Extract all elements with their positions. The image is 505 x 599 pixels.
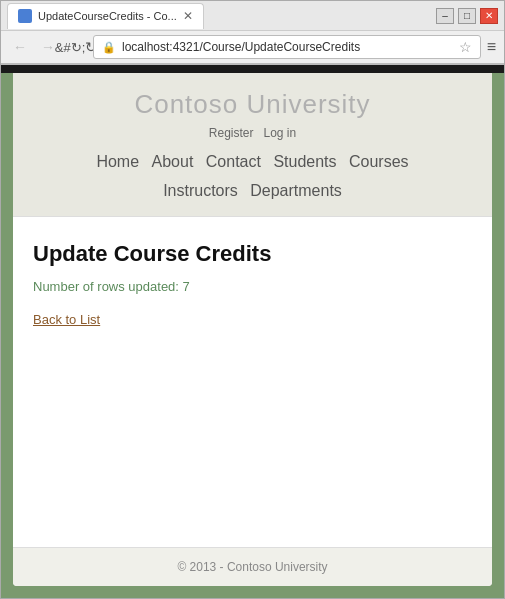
site-footer: © 2013 - Contoso University <box>13 547 492 586</box>
footer-text: © 2013 - Contoso University <box>177 560 327 574</box>
minimize-button[interactable]: – <box>436 8 454 24</box>
top-accent-bar <box>1 65 504 73</box>
address-bar: ← → &#↻; ↻ 🔒 localhost:4321/Course/Updat… <box>1 31 504 65</box>
lock-icon: 🔒 <box>102 41 116 54</box>
site-wrapper: Contoso University Register Log in Home … <box>13 73 492 586</box>
login-link[interactable]: Log in <box>264 126 297 140</box>
register-link[interactable]: Register <box>209 126 254 140</box>
back-to-list-link[interactable]: Back to List <box>33 312 100 327</box>
tab-favicon-icon <box>18 9 32 23</box>
site-auth: Register Log in <box>13 126 492 140</box>
site-header: Contoso University Register Log in Home … <box>13 73 492 217</box>
window-controls: – □ ✕ <box>436 8 498 24</box>
url-text: localhost:4321/Course/UpdateCourseCredit… <box>122 40 360 54</box>
tab-close-icon[interactable]: ✕ <box>183 9 193 23</box>
site-title: Contoso University <box>13 89 492 120</box>
close-button[interactable]: ✕ <box>480 8 498 24</box>
tab-title: UpdateCourseCredits - Co... <box>38 10 177 22</box>
status-message: Number of rows updated: 7 <box>33 279 472 294</box>
tab-bar: UpdateCourseCredits - Co... ✕ <box>7 3 204 29</box>
site-nav-line-2: Instructors Departments <box>13 177 492 206</box>
nav-home[interactable]: Home <box>96 153 139 170</box>
refresh-button[interactable]: &#↻; ↻ <box>65 36 87 58</box>
browser-tab[interactable]: UpdateCourseCredits - Co... ✕ <box>7 3 204 29</box>
browser-window: UpdateCourseCredits - Co... ✕ – □ ✕ ← → … <box>0 0 505 599</box>
page-heading: Update Course Credits <box>33 241 472 267</box>
nav-departments[interactable]: Departments <box>250 182 342 199</box>
bookmark-star-icon[interactable]: ☆ <box>459 39 472 55</box>
maximize-button[interactable]: □ <box>458 8 476 24</box>
nav-students[interactable]: Students <box>273 153 336 170</box>
nav-about[interactable]: About <box>152 153 194 170</box>
site-nav: Home About Contact Students Courses Inst… <box>13 148 492 206</box>
site-nav-line-1: Home About Contact Students Courses <box>13 148 492 177</box>
nav-contact[interactable]: Contact <box>206 153 261 170</box>
back-button[interactable]: ← <box>9 36 31 58</box>
nav-courses[interactable]: Courses <box>349 153 409 170</box>
url-bar[interactable]: 🔒 localhost:4321/Course/UpdateCourseCred… <box>93 35 481 59</box>
browser-content: Contoso University Register Log in Home … <box>1 65 504 598</box>
site-main: Update Course Credits Number of rows upd… <box>13 217 492 547</box>
browser-menu-icon[interactable]: ≡ <box>487 38 496 56</box>
title-bar: UpdateCourseCredits - Co... ✕ – □ ✕ <box>1 1 504 31</box>
nav-instructors[interactable]: Instructors <box>163 182 238 199</box>
